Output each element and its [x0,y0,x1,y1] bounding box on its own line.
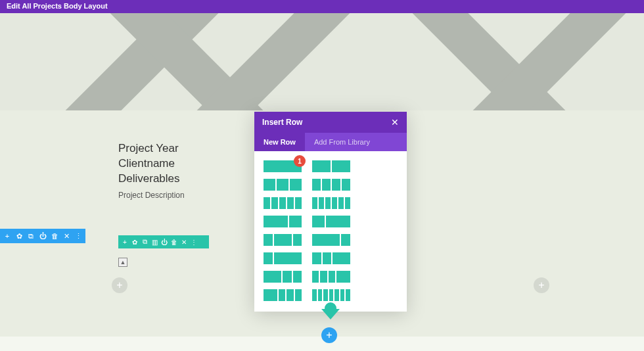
layout-column [264,252,273,264]
step-badge: 1 [294,155,306,167]
layout-column [274,252,302,264]
modal-header: Insert Row ✕ [254,112,407,133]
duplicate-icon[interactable]: ⧉ [26,232,35,241]
plus-icon[interactable]: + [121,239,129,246]
layout-option[interactable] [264,234,302,246]
layout-column [345,197,350,209]
layout-column [320,271,327,283]
close-icon[interactable]: ✕ [62,232,71,241]
layout-column [340,289,345,301]
row-toolbar[interactable]: + ✿ ⧉ ▥ ⏻ 🗑 ✕ ⋮ [118,235,209,248]
layout-column [312,234,340,246]
layout-column [322,179,331,191]
modal-arrow [321,309,340,319]
project-description: Project Description [118,191,185,200]
project-text-block: Project Year Clientname Deliverables Pro… [118,142,185,200]
layout-option[interactable] [312,234,350,246]
broken-image-icon: ▲ [118,258,127,267]
layout-option[interactable] [312,216,350,227]
trash-icon[interactable]: 🗑 [170,239,178,246]
layout-column [323,252,332,264]
layout-column [326,216,350,227]
insert-row-modal: Insert Row ✕ New Row Add From Library 1 [254,112,407,312]
layout-column [332,160,350,172]
gear-icon[interactable]: ✿ [14,232,24,241]
layout-column [264,216,288,227]
layout-column [312,216,325,227]
close-icon[interactable]: ✕ [180,239,188,246]
layout-column [319,197,324,209]
layout-option[interactable] [264,216,302,227]
modal-tabs: New Row Add From Library [254,133,407,151]
layout-column [312,289,317,301]
columns-icon[interactable]: ▥ [150,239,158,246]
layout-column [323,289,328,301]
more-icon[interactable]: ⋮ [190,239,198,246]
layout-column [295,197,302,209]
layout-option[interactable] [312,289,350,301]
layout-option[interactable] [264,271,302,283]
layout-column [287,197,294,209]
layout-column [279,289,285,301]
layout-option[interactable] [312,197,350,209]
plus-icon[interactable]: + [3,232,12,240]
layout-column [271,197,278,209]
layout-column [295,289,302,301]
layout-column [329,271,335,283]
modal-close-button[interactable]: ✕ [391,117,399,128]
layout-option[interactable] [312,271,350,283]
hero-banner [0,13,644,110]
section-toolbar[interactable]: + ✿ ⧉ ⏻ 🗑 ✕ ⋮ [0,229,85,243]
layout-option[interactable] [312,179,350,191]
layout-column [332,197,337,209]
layout-column [264,271,281,283]
layout-column [341,234,350,246]
layout-option[interactable] [264,252,302,264]
layout-column [283,271,292,283]
layout-column [264,197,270,209]
top-bar-title: Edit All Projects Body Layout [7,2,108,10]
deliverables: Deliverables [118,172,185,185]
layout-column [325,197,331,209]
layout-column [264,234,273,246]
tab-add-from-library[interactable]: Add From Library [305,133,379,151]
layout-column [274,234,292,246]
layout-column [332,179,340,191]
layout-option[interactable]: 1 [264,160,302,172]
power-icon[interactable]: ⏻ [160,239,168,246]
layout-column [312,160,331,172]
layout-option[interactable] [264,197,302,209]
trash-icon[interactable]: 🗑 [50,232,59,240]
layout-option[interactable] [264,179,302,191]
layout-column [336,271,350,283]
modal-title: Insert Row [262,118,302,127]
layout-column [287,289,293,301]
layout-column [264,289,277,301]
add-section-button[interactable]: + [321,327,337,343]
layout-column [333,252,350,264]
layout-column [279,197,286,209]
layout-column [290,179,302,191]
power-icon[interactable]: ⏻ [38,232,47,240]
layout-column [293,271,302,283]
layout-column [346,289,350,301]
layout-column [338,197,344,209]
more-icon[interactable]: ⋮ [74,232,83,241]
layout-option[interactable] [264,289,302,301]
layout-option[interactable] [312,252,350,264]
duplicate-icon[interactable]: ⧉ [141,238,149,246]
client-name: Clientname [118,157,185,170]
project-year: Project Year [118,142,185,155]
layout-column [289,216,302,227]
add-section-button[interactable]: + [112,277,127,293]
gear-icon[interactable]: ✿ [131,239,139,246]
layout-option[interactable] [312,160,350,172]
layout-column [334,289,339,301]
top-bar: Edit All Projects Body Layout [0,0,644,13]
layout-column [312,271,319,283]
modal-body: 1 [254,151,407,312]
tab-new-row[interactable]: New Row [254,133,305,151]
layout-column [318,289,323,301]
add-section-button[interactable]: + [534,277,549,293]
layout-column [312,179,321,191]
